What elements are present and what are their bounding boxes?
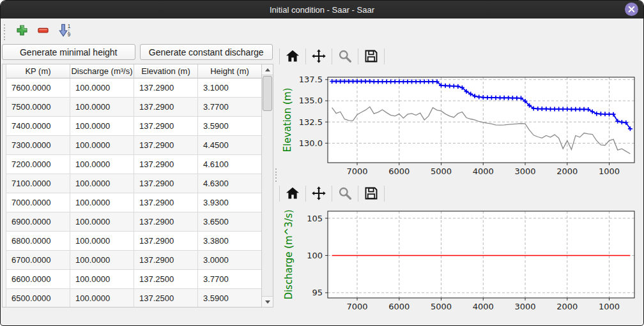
elevation-chart-canvas[interactable]: 7000600050004000300020001000137.5135.013…	[278, 70, 643, 181]
scrollbar-thumb[interactable]	[263, 76, 272, 111]
table-cell[interactable]: 137.2900	[134, 98, 198, 117]
table-column-header[interactable]: KP (m)	[6, 64, 70, 78]
table-cell[interactable]: 100.0000	[70, 251, 134, 270]
plot-save-button[interactable]	[360, 47, 383, 66]
table-cell[interactable]: 100.0000	[70, 117, 134, 136]
table-cell[interactable]: 100.0000	[70, 174, 134, 193]
table-cell[interactable]: 100.0000	[70, 78, 134, 98]
table-cell[interactable]: 6500.0000	[6, 289, 70, 307]
toolbar-separator	[384, 186, 385, 202]
table-cell[interactable]: 137.2900	[134, 78, 198, 98]
table-cell[interactable]: 7200.0000	[6, 155, 70, 174]
add-plus-icon	[16, 24, 28, 36]
toolbar-separator	[279, 186, 280, 202]
table-cell[interactable]: 7000.0000	[6, 193, 70, 212]
svg-text:4000: 4000	[473, 302, 494, 311]
generate-constant-discharge-button[interactable]: Generate constant discharge	[140, 44, 273, 60]
panel-splitter[interactable]	[273, 41, 278, 326]
plot-pan-button[interactable]	[307, 47, 330, 66]
table-cell[interactable]: 137.2900	[134, 193, 198, 212]
toolbar-grip-handle[interactable]	[4, 24, 5, 41]
svg-text:2000: 2000	[556, 302, 578, 311]
pan-move-icon	[311, 48, 326, 64]
add-row-button[interactable]	[13, 22, 30, 38]
table-cell[interactable]: 137.2900	[134, 117, 198, 136]
table-column-header[interactable]: Discharge (m³/s)	[70, 64, 134, 78]
table-header-row: KP (m)Discharge (m³/s)Elevation (m)Heigh…	[6, 64, 262, 78]
table-cell[interactable]: 137.2900	[134, 136, 198, 155]
table-cell[interactable]: 3.6500	[198, 212, 262, 232]
plot-zoom-button[interactable]	[334, 47, 356, 66]
table-row: 6800.0000100.0000137.29003.3800	[6, 232, 262, 251]
table-column-header[interactable]: Height (m)	[198, 64, 262, 78]
table-cell[interactable]: 100.0000	[70, 232, 134, 251]
table-cell[interactable]: 137.2900	[134, 155, 198, 174]
table-cell[interactable]: 3.5900	[198, 289, 262, 307]
table-cell[interactable]: 100.0000	[70, 136, 134, 155]
toolbar-separator	[358, 186, 358, 202]
table-cell[interactable]: 7600.0000	[6, 78, 70, 98]
table-cell[interactable]: 3.0000	[198, 251, 262, 270]
table-cell[interactable]: 4.6100	[198, 155, 262, 174]
close-icon	[627, 5, 636, 13]
plot-save-button[interactable]	[360, 184, 383, 203]
plot-pan-button[interactable]	[307, 184, 330, 203]
table-cell[interactable]: 6900.0000	[6, 212, 70, 232]
y-axis-label: Discharge (m^3/s)	[283, 209, 295, 299]
y-axis-label: Elevation (m)	[282, 88, 293, 152]
titlebar[interactable]: Initial condition - Saar - Saar	[1, 1, 643, 19]
scrollbar-up-button[interactable]	[262, 64, 273, 75]
table-cell[interactable]: 100.0000	[70, 212, 134, 232]
table-cell[interactable]: 137.2900	[134, 174, 198, 193]
scrollbar-down-button[interactable]	[262, 296, 273, 307]
svg-text:3000: 3000	[514, 167, 535, 176]
table-cell[interactable]: 6800.0000	[6, 232, 70, 251]
svg-text:5000: 5000	[431, 302, 452, 311]
table-cell[interactable]: 137.2500	[134, 270, 198, 289]
pan-move-icon	[311, 186, 326, 201]
table-cell[interactable]: 137.2900	[134, 232, 198, 251]
table-cell[interactable]: 137.2900	[134, 212, 198, 232]
app-toolbar: 1 9	[1, 19, 643, 41]
table-cell[interactable]: 3.7700	[198, 270, 262, 289]
save-floppy-icon	[364, 186, 379, 201]
plot-zoom-button[interactable]	[334, 184, 356, 203]
table-cell[interactable]: 100.0000	[70, 289, 134, 307]
table-cell[interactable]: 4.6300	[198, 174, 262, 193]
table-cell[interactable]: 6700.0000	[6, 251, 70, 270]
table-body: 7600.0000100.0000137.29003.10007500.0000…	[6, 78, 262, 307]
window: Initial condition - Saar - Saar	[0, 0, 644, 326]
delete-row-button[interactable]	[34, 22, 51, 38]
table-cell[interactable]: 4.4500	[198, 136, 262, 155]
table-cell[interactable]: 137.2900	[134, 251, 198, 270]
table-column-header[interactable]: Elevation (m)	[134, 64, 198, 78]
home-icon	[285, 186, 300, 201]
toolbar-separator	[358, 48, 358, 64]
table-cell[interactable]: 3.9300	[198, 193, 262, 212]
generate-minimal-height-button[interactable]: Generate minimal height	[2, 44, 135, 60]
toolbar-separator	[332, 186, 332, 202]
table-cell[interactable]: 100.0000	[70, 98, 134, 117]
table-cell[interactable]: 100.0000	[70, 270, 134, 289]
discharge-chart-canvas[interactable]: 700060005000400030002000100010510095Disc…	[278, 206, 643, 318]
table-cell[interactable]: 100.0000	[70, 193, 134, 212]
table-cell[interactable]: 3.3800	[198, 232, 262, 251]
table-cell[interactable]: 7100.0000	[6, 174, 70, 193]
table-cell[interactable]: 3.1000	[198, 78, 262, 98]
svg-text:6000: 6000	[388, 302, 410, 311]
sort-rows-button[interactable]: 1 9	[56, 22, 72, 38]
svg-text:2000: 2000	[556, 167, 578, 176]
table-cell[interactable]: 7300.0000	[6, 136, 70, 155]
table-cell[interactable]: 7500.0000	[6, 98, 70, 117]
plot-home-button[interactable]	[281, 184, 304, 203]
table-cell[interactable]: 3.7700	[198, 98, 262, 117]
plot-home-button[interactable]	[281, 47, 304, 66]
table-cell[interactable]: 137.2500	[134, 289, 198, 307]
table-cell[interactable]: 3.5900	[198, 117, 262, 136]
svg-text:130.0: 130.0	[299, 138, 323, 148]
table-vertical-scrollbar[interactable]	[261, 64, 273, 307]
table-cell[interactable]: 100.0000	[70, 155, 134, 174]
close-button[interactable]	[625, 3, 638, 16]
table-cell[interactable]: 7400.0000	[6, 117, 70, 136]
table-cell[interactable]: 6600.0000	[6, 270, 70, 289]
